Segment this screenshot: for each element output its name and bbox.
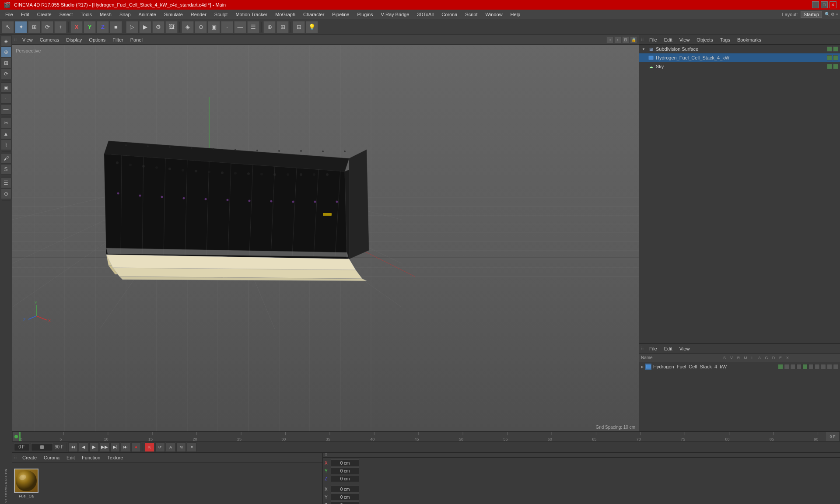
viewport-3d[interactable]: X Y Z Perspective Grid Spacing: 10 cm [12, 45, 639, 431]
viewport-menu-view[interactable]: View [21, 37, 35, 42]
vp-toggle-1[interactable]: ↔ [606, 36, 613, 43]
obj-vis-render-subdivision[interactable] [833, 46, 838, 52]
current-frame-input[interactable] [14, 443, 29, 451]
obj-menu-bookmarks[interactable]: Bookmarks [735, 37, 763, 42]
menu-script[interactable]: Script [462, 11, 481, 18]
toolbar-render-settings[interactable]: ⚙ [152, 21, 164, 33]
maximize-button[interactable]: □ [821, 1, 828, 8]
menu-corona[interactable]: Corona [438, 11, 461, 18]
viewport-menu-display[interactable]: Display [64, 37, 84, 42]
obj-row-fuel-cell[interactable]: Hydrogen_Fuel_Cell_Stack_4_kW [639, 53, 840, 62]
toolbar-x-axis[interactable]: X [70, 21, 83, 33]
step-forward-button[interactable]: ▶| [110, 442, 120, 452]
prop-menu-file[interactable]: File [648, 346, 659, 351]
toolbar-select-tool[interactable]: ↖ [2, 21, 14, 33]
timeline-list-button[interactable]: ≡ [187, 442, 196, 452]
menu-3dtoall[interactable]: 3DToAll [413, 11, 437, 18]
obj-row-sky[interactable]: ☁ Sky [639, 62, 840, 71]
obj-menu-tags[interactable]: Tags [718, 37, 732, 42]
autokey-button[interactable]: A [166, 442, 175, 452]
obj-menu-file[interactable]: File [648, 37, 659, 42]
vp-fullscreen[interactable]: ⊡ [622, 36, 629, 43]
timeline[interactable]: 0 5 10 15 20 25 30 35 40 [12, 431, 840, 441]
menu-edit[interactable]: Edit [18, 11, 33, 18]
obj-vis-render-sky[interactable] [833, 64, 838, 69]
prop-vis-6[interactable] [808, 364, 814, 369]
toolbar-render-to-picture-viewer[interactable]: 🖼 [165, 21, 178, 33]
menu-create[interactable]: Create [34, 11, 55, 18]
menu-vray[interactable]: V-Ray Bridge [378, 11, 413, 18]
menu-render[interactable]: Render [187, 11, 210, 18]
prop-vis-3[interactable] [790, 364, 795, 369]
tool-edge[interactable]: — [1, 104, 11, 115]
vp-toggle-2[interactable]: ↕ [614, 36, 621, 43]
toolbar-all-axes[interactable]: ■ [110, 21, 122, 33]
tool-poly[interactable]: ▣ [1, 82, 11, 93]
tool-sculpt[interactable]: S [1, 164, 11, 175]
obj-vis-editor-fuel-cell[interactable] [827, 55, 832, 60]
layout-selector[interactable]: Layout: Startup 🔍 ⚙ + [782, 11, 838, 18]
prop-vis-5[interactable] [802, 364, 808, 369]
timeline-ruler[interactable]: 0 5 10 15 20 25 30 35 40 [19, 432, 826, 441]
menu-help[interactable]: Help [507, 11, 524, 18]
sy-input[interactable] [331, 494, 359, 500]
go-to-start-button[interactable]: ⏮ [68, 442, 78, 452]
menu-select[interactable]: Select [56, 11, 77, 18]
toolbar-object-mode[interactable]: ◈ [182, 21, 194, 33]
toolbar-point-mode[interactable]: · [221, 21, 233, 33]
viewport-menu-options[interactable]: Options [87, 37, 107, 42]
menu-mesh[interactable]: Mesh [96, 11, 115, 18]
prop-vis-10[interactable] [833, 364, 838, 369]
obj-vis-editor-subdivision[interactable] [827, 46, 832, 52]
vp-lock[interactable]: 🔒 [630, 36, 637, 43]
tool-paint[interactable]: 🖌 [1, 153, 11, 164]
prop-menu-edit[interactable]: Edit [662, 346, 674, 351]
toolbar-move-tool[interactable]: ✦ [15, 21, 27, 33]
toolbar-y-axis[interactable]: Y [84, 21, 96, 33]
properties-row-fuel-cell[interactable]: ▶ Hydrogen_Fuel_Cell_Stack_4_kW [639, 362, 840, 371]
keyframe-button[interactable]: K [145, 442, 154, 452]
expand-button-subdivision[interactable]: ▼ [641, 46, 646, 52]
toolbar-texture-mode[interactable]: ⊙ [195, 21, 207, 33]
sx-input[interactable] [331, 486, 359, 493]
play-reverse-button[interactable]: ▶▶ [100, 442, 109, 452]
menu-snap[interactable]: Snap [116, 11, 134, 18]
tool-texture[interactable]: ⊙ [1, 189, 11, 199]
toolbar-snap-options[interactable]: ⊞ [276, 21, 289, 33]
mat-tab-texture[interactable]: Texture [105, 455, 125, 460]
tool-bridge[interactable]: ⌇ [1, 140, 11, 150]
go-to-end-button[interactable]: ⏭ [121, 442, 130, 452]
tool-knife[interactable]: ✂ [1, 118, 11, 128]
menu-motion-tracker[interactable]: Motion Tracker [232, 11, 271, 18]
toolbar-light[interactable]: 💡 [306, 21, 318, 33]
menu-file[interactable]: File [2, 11, 17, 18]
prop-vis-1[interactable] [778, 364, 783, 369]
obj-menu-objects[interactable]: Objects [695, 37, 714, 42]
toolbar-scale-tool[interactable]: ⊞ [28, 21, 40, 33]
material-item-fuel-ca[interactable]: Fuel_Ca [14, 469, 38, 498]
toolbar-render-region[interactable]: ▷ [126, 21, 138, 33]
tool-scale[interactable]: ⊞ [1, 58, 11, 68]
toolbar-poly-mode[interactable]: ▣ [208, 21, 220, 33]
toolbar-z-axis[interactable]: Z [97, 21, 109, 33]
tool-point[interactable]: · [1, 93, 11, 104]
layout-icon-1[interactable]: 🔍 [825, 12, 830, 17]
mat-tab-corona[interactable]: Corona [42, 455, 61, 460]
minimize-button[interactable]: ─ [812, 1, 819, 8]
y-position-input[interactable] [331, 467, 359, 474]
mat-tab-function[interactable]: Function [80, 455, 102, 460]
menu-mograph[interactable]: MoGraph [272, 11, 299, 18]
viewport-menu-panel[interactable]: Panel [129, 37, 144, 42]
toolbar-rotate-tool[interactable]: ⟳ [41, 21, 53, 33]
obj-menu-edit[interactable]: Edit [662, 37, 674, 42]
prop-vis-2[interactable] [784, 364, 789, 369]
viewport-menu-cameras[interactable]: Cameras [38, 37, 61, 42]
x-position-input[interactable] [331, 459, 359, 466]
prop-vis-4[interactable] [796, 364, 802, 369]
menu-pipeline[interactable]: Pipeline [329, 11, 353, 18]
obj-row-subdivision[interactable]: ▼ ⊞ Subdivision Surface [639, 45, 840, 53]
menu-character[interactable]: Character [300, 11, 328, 18]
menu-sculpt[interactable]: Sculpt [211, 11, 231, 18]
record-button[interactable]: ● [131, 442, 141, 452]
menu-window[interactable]: Window [482, 11, 506, 18]
